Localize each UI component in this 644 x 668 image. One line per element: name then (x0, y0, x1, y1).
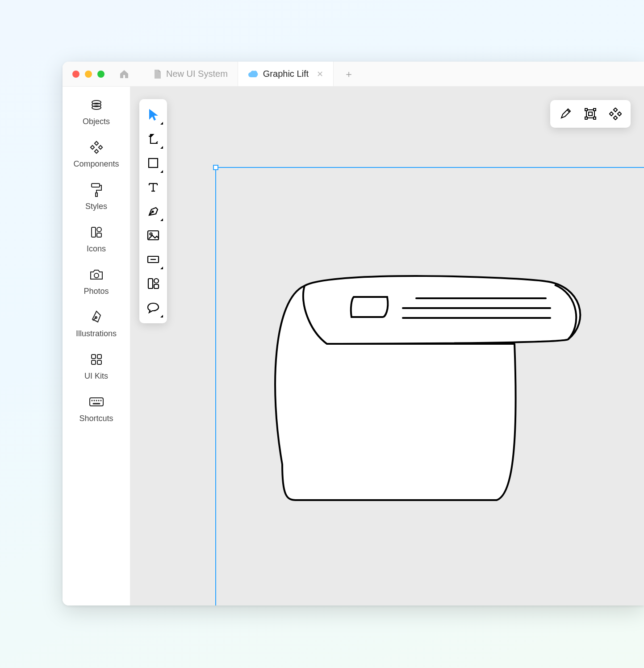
svg-rect-3 (94, 142, 98, 145)
paint-roller-icon (89, 182, 104, 197)
svg-rect-25 (149, 159, 158, 167)
svg-rect-43 (614, 116, 617, 120)
comment-icon (147, 302, 159, 313)
new-tab-button[interactable]: ＋ (340, 65, 358, 83)
action-toolbar (550, 100, 631, 128)
app-body: Objects Components (63, 87, 644, 605)
tab-label: New UI System (166, 69, 228, 79)
sidebar-item-components[interactable]: Components (63, 140, 130, 169)
selection-handle-top-left[interactable] (213, 165, 218, 170)
transform-icon (584, 108, 597, 120)
svg-rect-39 (589, 112, 592, 116)
cloud-icon (248, 70, 259, 78)
cursor-icon (147, 108, 159, 121)
svg-rect-5 (98, 146, 102, 149)
svg-rect-38 (594, 117, 596, 119)
svg-rect-36 (594, 109, 596, 111)
minimize-window-button[interactable] (85, 71, 92, 78)
svg-rect-35 (585, 109, 587, 111)
pen-icon (147, 205, 159, 217)
titlebar: New UI System Graphic Lift ✕ ＋ (63, 62, 644, 87)
sidebar-item-ui-kits[interactable]: UI Kits (63, 352, 130, 381)
home-button[interactable] (118, 68, 130, 80)
window-controls (63, 71, 118, 78)
rectangle-icon (147, 157, 159, 169)
tab-label: Graphic Lift (263, 69, 309, 79)
tool-palette (139, 99, 167, 323)
svg-rect-11 (97, 233, 101, 237)
diamonds-icon (609, 108, 622, 120)
pencil-tool[interactable] (555, 103, 576, 125)
sidebar-item-label: Objects (83, 117, 110, 126)
sidebar-item-objects[interactable]: Objects (63, 97, 130, 126)
transform-tool[interactable] (580, 103, 601, 125)
app-window: New UI System Graphic Lift ✕ ＋ (63, 62, 644, 605)
canvas[interactable] (130, 87, 644, 605)
components-tool[interactable] (605, 103, 626, 125)
svg-rect-42 (618, 112, 621, 116)
close-tab-button[interactable]: ✕ (317, 69, 323, 79)
svg-rect-41 (610, 112, 613, 116)
text-tool[interactable] (141, 175, 165, 199)
sidebar-item-photos[interactable]: Photos (63, 267, 130, 296)
sidebar-item-illustrations[interactable]: Illustrations (63, 309, 130, 338)
svg-rect-7 (92, 184, 100, 187)
svg-rect-15 (97, 355, 101, 359)
image-tool[interactable] (141, 223, 165, 247)
camera-icon (89, 267, 104, 282)
components-icon (89, 140, 104, 155)
svg-rect-17 (97, 360, 101, 364)
button-tool[interactable] (141, 247, 165, 271)
pen-tool[interactable] (141, 199, 165, 223)
selection-box[interactable] (215, 167, 644, 605)
svg-rect-40 (614, 108, 617, 112)
artboard-icon (147, 133, 159, 145)
svg-rect-6 (94, 150, 98, 153)
grid-icon (89, 352, 104, 367)
svg-rect-14 (92, 355, 96, 359)
expand-indicator-icon (160, 170, 163, 173)
svg-point-10 (97, 227, 101, 232)
svg-rect-37 (585, 117, 587, 119)
component-icon (147, 277, 159, 290)
svg-rect-33 (154, 284, 159, 288)
plus-icon: ＋ (344, 67, 354, 81)
expand-indicator-icon (160, 315, 163, 317)
close-window-button[interactable] (72, 71, 79, 78)
artboard-tool[interactable] (141, 127, 165, 151)
sidebar-item-label: Illustrations (76, 329, 117, 338)
sidebar-item-label: Styles (85, 202, 107, 211)
sidebar-item-icons[interactable]: Icons (63, 225, 130, 254)
svg-point-32 (154, 279, 159, 283)
file-icon (154, 69, 162, 79)
svg-rect-9 (92, 227, 96, 237)
button-icon (147, 255, 159, 263)
pencil-icon (559, 108, 572, 120)
keyboard-icon (89, 394, 104, 409)
sidebar-item-label: Photos (84, 287, 109, 296)
select-tool[interactable] (141, 103, 165, 127)
svg-point-12 (94, 273, 99, 278)
svg-rect-16 (92, 360, 96, 364)
objects-icon (89, 97, 104, 113)
icons-icon (89, 225, 104, 240)
pen-nib-icon (89, 309, 104, 325)
expand-indicator-icon (160, 267, 163, 269)
sidebar-item-label: Shortcuts (79, 414, 113, 423)
text-icon (147, 181, 159, 193)
maximize-window-button[interactable] (97, 71, 105, 78)
svg-rect-31 (148, 279, 153, 288)
expand-indicator-icon (160, 146, 163, 149)
rectangle-tool[interactable] (141, 151, 165, 175)
component-tool[interactable] (141, 271, 165, 296)
tab-new-ui-system[interactable]: New UI System (144, 62, 238, 86)
sidebar-item-label: UI Kits (84, 372, 108, 381)
svg-point-28 (150, 233, 152, 235)
comment-tool[interactable] (141, 296, 165, 320)
expand-indicator-icon (160, 218, 163, 221)
sidebar-item-styles[interactable]: Styles (63, 182, 130, 211)
svg-rect-4 (90, 146, 94, 149)
sidebar-item-shortcuts[interactable]: Shortcuts (63, 394, 130, 423)
tab-graphic-lift[interactable]: Graphic Lift ✕ (238, 62, 334, 86)
svg-rect-18 (90, 398, 103, 406)
